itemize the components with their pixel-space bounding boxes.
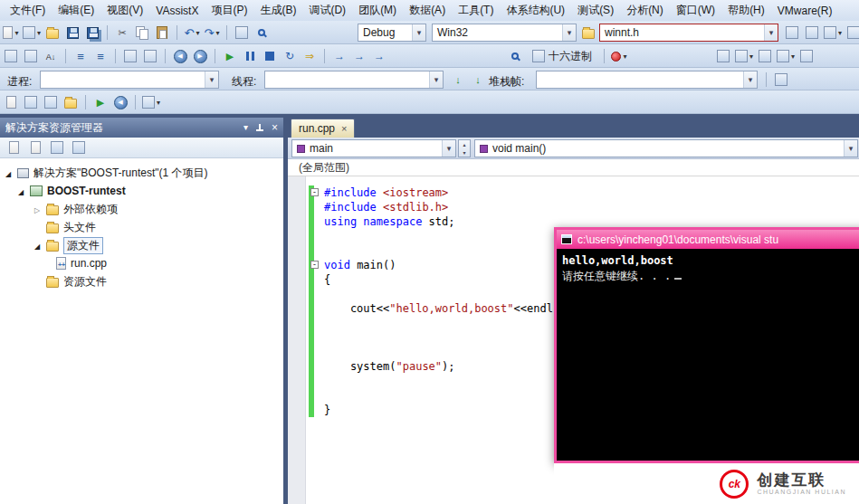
collapsed-arrow-icon[interactable] bbox=[33, 203, 42, 215]
console-window[interactable]: c:\users\yincheng01\documents\visual stu… bbox=[554, 227, 859, 463]
save-all-button[interactable] bbox=[84, 24, 100, 41]
output-window-button[interactable] bbox=[715, 48, 731, 64]
menu-build[interactable]: 生成(B) bbox=[253, 0, 302, 21]
memory-window-button[interactable] bbox=[735, 48, 753, 64]
solution-explorer-button[interactable] bbox=[804, 24, 820, 41]
redo-button[interactable] bbox=[204, 24, 220, 41]
show-flagged-button[interactable] bbox=[470, 71, 486, 88]
menu-window[interactable]: 窗口(W) bbox=[670, 0, 721, 21]
fold-collapse-icon[interactable]: - bbox=[310, 188, 319, 196]
step-out-button[interactable] bbox=[371, 48, 387, 64]
add-item-button[interactable] bbox=[23, 24, 41, 41]
menu-architecture[interactable]: 体系结构(U) bbox=[500, 0, 571, 21]
step-into-button[interactable] bbox=[331, 48, 348, 64]
spin-down-icon[interactable] bbox=[459, 148, 470, 157]
breakpoints-button[interactable] bbox=[611, 48, 627, 64]
navigate-back-button[interactable] bbox=[172, 48, 188, 64]
continue-button[interactable] bbox=[222, 48, 238, 64]
indent-increase-button[interactable] bbox=[92, 48, 109, 64]
tree-item-solution[interactable]: 解决方案"BOOST-runtest"(1 个项目) bbox=[0, 164, 283, 182]
properties-window-button[interactable] bbox=[845, 24, 859, 41]
menu-team[interactable]: 团队(M) bbox=[352, 0, 403, 21]
properties-button[interactable] bbox=[5, 139, 22, 156]
call-stack-button[interactable] bbox=[757, 48, 773, 64]
menu-data[interactable]: 数据(A) bbox=[403, 0, 452, 21]
start-page-button[interactable] bbox=[234, 24, 250, 41]
menu-test[interactable]: 测试(S) bbox=[571, 0, 620, 21]
menu-tools[interactable]: 工具(T) bbox=[452, 0, 500, 21]
display-window-button[interactable] bbox=[3, 48, 19, 64]
stop-debug-button[interactable] bbox=[262, 48, 278, 64]
menu-vassistx[interactable]: VAssistX bbox=[149, 2, 205, 20]
navigate-forward-button[interactable] bbox=[192, 48, 208, 64]
menu-help[interactable]: 帮助(H) bbox=[721, 0, 771, 21]
layout-button[interactable] bbox=[142, 94, 160, 110]
solution-config-dropdown[interactable]: Debug bbox=[358, 24, 426, 42]
watch-button[interactable] bbox=[507, 48, 523, 64]
toolbox-button[interactable] bbox=[824, 24, 842, 41]
comment-button[interactable] bbox=[122, 48, 138, 64]
menu-analyze[interactable]: 分析(N) bbox=[620, 0, 670, 21]
expanded-arrow-icon[interactable] bbox=[16, 185, 25, 197]
show-next-statement-button[interactable] bbox=[301, 48, 318, 64]
view-class-diagram-button[interactable] bbox=[71, 139, 87, 156]
toggle-current-frame-button[interactable] bbox=[773, 71, 789, 88]
display-window2-button[interactable] bbox=[23, 48, 39, 64]
back-step-button[interactable] bbox=[112, 94, 129, 110]
tree-item-project[interactable]: BOOST-runtest bbox=[0, 182, 283, 200]
cut-button[interactable] bbox=[114, 24, 130, 41]
platform-dropdown[interactable]: Win32 bbox=[432, 24, 577, 42]
save-button[interactable] bbox=[64, 24, 81, 41]
thread-dropdown[interactable] bbox=[264, 71, 444, 89]
scope-dropdown[interactable]: main bbox=[291, 139, 456, 157]
expanded-arrow-icon[interactable] bbox=[4, 166, 13, 179]
menu-vmware[interactable]: VMware(R) bbox=[771, 2, 839, 20]
new-file-button[interactable] bbox=[3, 24, 19, 41]
show-all-files-button[interactable] bbox=[27, 139, 43, 156]
indent-decrease-button[interactable] bbox=[72, 48, 89, 64]
solution-explorer-titlebar[interactable]: 解决方案资源管理器 bbox=[0, 118, 283, 138]
menu-edit[interactable]: 编辑(E) bbox=[52, 0, 100, 21]
extra-tool-3-button[interactable] bbox=[43, 94, 59, 110]
extra-tool-4-button[interactable] bbox=[62, 94, 79, 110]
menu-file[interactable]: 文件(F) bbox=[4, 0, 52, 21]
pin-icon[interactable] bbox=[255, 123, 264, 132]
nav-spinner[interactable] bbox=[458, 139, 471, 157]
close-icon[interactable] bbox=[272, 122, 278, 133]
tree-item-external-deps[interactable]: 外部依赖项 bbox=[0, 200, 283, 218]
tree-item-resource-files[interactable]: 资源文件 bbox=[0, 272, 283, 290]
process-dropdown[interactable] bbox=[40, 71, 219, 89]
refresh-button[interactable] bbox=[49, 139, 65, 156]
fold-collapse-icon[interactable]: - bbox=[310, 261, 319, 269]
flag-thread-button[interactable] bbox=[450, 71, 466, 88]
paste-button[interactable] bbox=[154, 24, 170, 41]
tree-item-run-cpp[interactable]: run.cpp bbox=[0, 254, 283, 272]
tab-close-icon[interactable] bbox=[341, 122, 347, 135]
window-menu-icon[interactable] bbox=[243, 123, 248, 132]
va-find-file-input[interactable]: winnt.h bbox=[599, 24, 778, 42]
console-titlebar[interactable]: c:\users\yincheng01\documents\visual stu bbox=[557, 230, 859, 249]
immediate-window-button[interactable] bbox=[798, 48, 815, 64]
member-dropdown[interactable]: void main() bbox=[474, 139, 858, 157]
tree-item-source-files[interactable]: 源文件 bbox=[0, 236, 283, 254]
hex-toggle-button[interactable]: 十六进制 bbox=[527, 47, 597, 66]
tree-item-header-files[interactable]: 头文件 bbox=[0, 218, 283, 236]
menu-debug[interactable]: 调试(D) bbox=[302, 0, 352, 21]
sort-button[interactable] bbox=[43, 48, 59, 64]
pause-button[interactable] bbox=[242, 48, 258, 64]
menu-project[interactable]: 项目(P) bbox=[205, 0, 253, 21]
tab-run-cpp[interactable]: run.cpp bbox=[291, 119, 355, 138]
va-open-file-button[interactable] bbox=[580, 24, 597, 41]
restart-button[interactable] bbox=[282, 48, 298, 64]
find-in-files-button[interactable] bbox=[253, 24, 270, 41]
open-file-button[interactable] bbox=[44, 24, 61, 41]
watch-window-button[interactable] bbox=[777, 48, 795, 64]
extra-tool-2-button[interactable] bbox=[23, 94, 39, 110]
expanded-arrow-icon[interactable] bbox=[33, 239, 42, 252]
indicator-margin[interactable] bbox=[288, 176, 306, 504]
stack-frame-dropdown[interactable] bbox=[536, 71, 758, 89]
find-symbol-button[interactable] bbox=[784, 24, 800, 41]
extra-tool-1-button[interactable] bbox=[3, 94, 19, 110]
copy-button[interactable] bbox=[134, 24, 150, 41]
menu-view[interactable]: 视图(V) bbox=[100, 0, 149, 21]
